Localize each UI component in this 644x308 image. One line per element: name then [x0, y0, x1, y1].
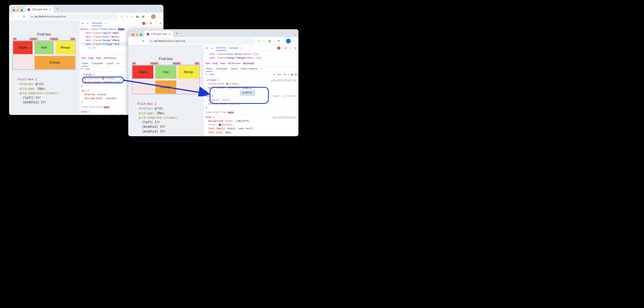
maximize-icon[interactable]: [140, 34, 142, 36]
more-tabs-icon[interactable]: »: [261, 67, 262, 72]
url-host: jec.fish: [154, 40, 162, 42]
extensions-icon[interactable]: 🧩: [268, 40, 271, 42]
extensions-icon[interactable]: 🧩: [142, 15, 145, 18]
browser-tab[interactable]: 🟣 CSS grid- fruit ✕: [25, 6, 54, 13]
subtab-layout[interactable]: Layout: [230, 67, 238, 72]
flex-editor-icon[interactable]: ▦: [291, 73, 293, 76]
profile-avatar[interactable]: [151, 14, 156, 19]
install-icon[interactable]: ⇩: [258, 40, 260, 42]
dom-node: <div class="kiwi">Kiwi</div>flex: [205, 52, 297, 56]
tab-close-icon[interactable]: ✕: [49, 8, 51, 11]
filter-icon: ⏷: [81, 68, 83, 70]
devtools-close-icon[interactable]: ✕: [294, 46, 296, 50]
traffic-lights[interactable]: [12, 9, 25, 13]
grid-overlay: left middle1 middle2 right Apple Kiwi Ma…: [132, 65, 200, 94]
error-count[interactable]: ✕1: [142, 22, 147, 25]
address-bar: ← → ⟳ ⊶ jec.fish/demo/css-grid-fruit ⇩ ☆…: [9, 13, 164, 20]
more-tabs-icon[interactable]: »: [105, 22, 106, 25]
site-info-icon[interactable]: ⊶: [150, 40, 152, 43]
styles-pane[interactable]: .orange {css-grid-fruit:11 background: o…: [204, 77, 298, 136]
browser-tab[interactable]: 🟣 CSS grid- fruit ✕: [144, 31, 173, 37]
close-icon[interactable]: [132, 34, 134, 36]
tab-title: CSS grid- fruit: [32, 8, 48, 11]
devtools-tab-elements[interactable]: Elements: [216, 46, 226, 51]
highlight-oval: [82, 76, 124, 83]
subtab-layout[interactable]: Layout: [106, 62, 114, 66]
menu-icon[interactable]: ⋮: [294, 40, 296, 42]
grid-line-label: right: [70, 38, 76, 40]
close-icon[interactable]: [13, 9, 15, 12]
back-button: ←: [131, 39, 134, 43]
favicon-icon: 🟣: [146, 32, 150, 36]
subtab-styles[interactable]: Styles: [206, 67, 212, 72]
devtools-menu-icon[interactable]: ⋮: [289, 46, 292, 50]
minimize-icon[interactable]: [136, 34, 138, 36]
highlight-oval: [210, 87, 269, 104]
profile-avatar[interactable]: [286, 39, 291, 44]
grid-cell-kiwi: Kiwi: [34, 41, 54, 54]
new-rule-icon[interactable]: +: [288, 73, 289, 76]
devtools-tab-console[interactable]: Console: [229, 46, 238, 49]
reload-button[interactable]: ⟳: [23, 15, 26, 18]
tab-close-icon[interactable]: ✕: [168, 32, 170, 36]
back-button[interactable]: ←: [12, 15, 14, 18]
traffic-lights[interactable]: [131, 34, 144, 37]
hov-toggle[interactable]: :hov: [277, 73, 281, 76]
tab-strip: 🟣 CSS grid- fruit ✕ + ⌄: [9, 5, 164, 13]
grid-cell-orange: Orange: [155, 80, 176, 94]
minimize-icon[interactable]: [16, 9, 19, 12]
inspect-icon[interactable]: ⩸: [206, 46, 208, 49]
subtab-computed[interactable]: Computed: [92, 62, 103, 66]
more-tabs-icon[interactable]: »: [241, 46, 242, 49]
devtools-close-icon[interactable]: ✕: [159, 22, 162, 25]
styles-filter-input[interactable]: [209, 73, 272, 76]
devtools-menu-icon[interactable]: ⋮: [154, 22, 157, 25]
settings-icon[interactable]: ⚙: [284, 46, 287, 50]
scissors-icon[interactable]: ✂: [131, 15, 133, 18]
site-info-icon[interactable]: ⊶: [30, 15, 33, 18]
devtools-tab-elements[interactable]: Elements: [92, 22, 102, 26]
dom-tree[interactable]: <div class="kiwi">Kiwi</div>flex <div cl…: [204, 51, 298, 60]
bookmark-icon[interactable]: ☆: [263, 40, 265, 42]
ai-icon[interactable]: ✦: [273, 73, 275, 76]
settings-icon[interactable]: ⚙: [150, 22, 152, 25]
tabs-menu-icon[interactable]: ⌄: [294, 33, 296, 36]
grid-line-label: left: [13, 38, 17, 40]
menu-icon[interactable]: ⋮: [158, 15, 161, 18]
grid-cell-orange: Orange: [34, 56, 75, 69]
grid-line-label: left: [132, 62, 136, 65]
filter-icon: ⏷: [205, 73, 208, 76]
device-toolbar-icon[interactable]: ▭: [211, 46, 213, 50]
robot-icon[interactable]: 🤖: [136, 15, 139, 18]
tab-title: CSS grid- fruit: [151, 32, 167, 35]
install-icon[interactable]: ⇩: [121, 15, 123, 18]
reload-button[interactable]: ⟳: [142, 39, 145, 43]
url-host: jec.fish: [35, 15, 43, 18]
styles-subtabs[interactable]: Styles Computed Layout Event Listeners »: [204, 66, 298, 72]
subtab-eventlisteners[interactable]: Event Listeners: [241, 67, 258, 72]
error-count[interactable]: ✕1: [277, 46, 282, 50]
tabs-menu-icon[interactable]: ⌄: [160, 9, 162, 12]
breadcrumb[interactable]: html body main div.fruit-box div.orange: [204, 60, 298, 66]
new-tab-button[interactable]: +: [55, 6, 60, 12]
grid-line-label: middle2: [172, 62, 181, 65]
url-input[interactable]: ⊶ jec.fish/demo/css-grid-fruit: [148, 38, 255, 44]
device-toolbar-icon[interactable]: ▭: [87, 22, 89, 25]
subtab-more[interactable]: Ev: [117, 62, 120, 66]
address-bar: ← → ⟳ ⊶ jec.fish/demo/css-grid-fruit ⇩ ☆…: [128, 37, 298, 45]
maximize-icon[interactable]: [20, 9, 23, 12]
grid-cell-apple: Apple: [132, 66, 153, 78]
inspect-icon[interactable]: ⩸: [81, 22, 84, 25]
cls-toggle[interactable]: .cls: [283, 73, 286, 76]
grid-editor-icon[interactable]: ▥: [295, 73, 297, 76]
subtab-computed[interactable]: Computed: [216, 67, 227, 72]
url-input[interactable]: ⊶ jec.fish/demo/css-grid-fruit: [28, 14, 118, 20]
labs-icon[interactable]: ⚗: [278, 40, 280, 42]
grid-overlay: left middle1 middle2 right Apple Kiwi Ma…: [13, 40, 76, 70]
new-tab-button[interactable]: +: [174, 31, 180, 36]
subtab-styles[interactable]: Styles: [82, 62, 88, 66]
grid-line-label: right: [194, 62, 200, 65]
grid-line-label: middle1: [29, 38, 38, 40]
bookmark-icon[interactable]: ☆: [126, 15, 128, 18]
page-title: Fruit box: [132, 57, 200, 61]
